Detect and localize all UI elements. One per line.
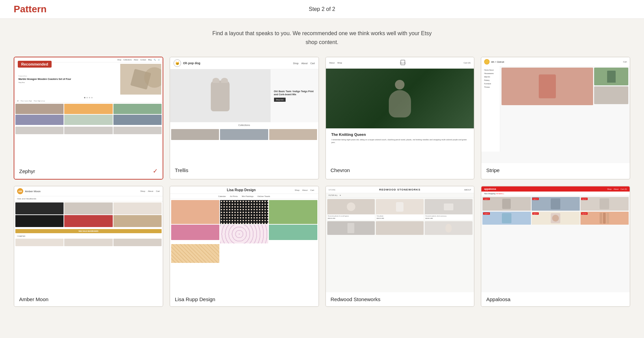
stripe-name: Stripe (486, 167, 499, 173)
app-products-row-2: apparel apparel apparel (481, 212, 630, 226)
lisarupp-label: Lisa Rupp Design (170, 292, 318, 306)
theme-card-lisarupp[interactable]: Lisa Rupp Design Shop About Cart Calenda… (169, 186, 319, 307)
rw-about: ABOUT (464, 189, 471, 191)
theme-card-appaloosa[interactable]: appaloosa Shop About Cart (0) Now Shoppi… (481, 186, 630, 307)
redwood-preview: STORE REDWOOD STONEWORKS ABOUT FILTER AL… (326, 186, 474, 292)
chevron-name: Chevron (331, 167, 350, 173)
am-nav-links: Shop About Cart (140, 190, 160, 192)
chevron-product-title: The Knitting Queen (331, 132, 469, 137)
chevron-preview: About Shop GUS Cart (0) The Knit (326, 57, 474, 163)
am-grid-1 (14, 201, 163, 228)
trellis-name: Trellis (175, 167, 188, 173)
trellis-collections: Collections (170, 122, 318, 128)
zephyr-item-2 (64, 104, 112, 114)
trellis-shop-btn: Shop now (274, 98, 286, 102)
ambermoon-name: Amber Moon (19, 296, 49, 302)
appaloosa-label: Appaloosa (481, 292, 630, 306)
theme-card-chevron[interactable]: About Shop GUS Cart (0) The Knit (325, 57, 475, 180)
rw-store-label: STORE (329, 189, 336, 191)
stripe-label: Stripe (481, 163, 630, 177)
stripe-product-row-1 (502, 68, 628, 105)
subtitle-line2: shop content. (7, 38, 637, 47)
stripe-brand: 4th + Detroit (491, 61, 504, 63)
chevron-logo-icon: GUS (398, 59, 408, 66)
trellis-nav-links: Shop About Cart (293, 62, 315, 65)
zephyr-products-grid (14, 103, 163, 126)
trellis-shopname: Oh pop dog (183, 61, 200, 65)
app-product-6: apparel (580, 212, 629, 225)
app-product-5: apparel (532, 212, 580, 225)
lisarupp-name: Lisa Rupp Design (175, 296, 215, 302)
trellis-label: Trellis (170, 163, 318, 177)
trellis-dog-image (170, 69, 271, 122)
app-all-items: All Items » (496, 193, 504, 195)
am-nav: AM Amber Moon Shop About Cart (14, 186, 163, 196)
app-header-nav: Shop About Cart (0) (607, 188, 627, 190)
zephyr-label: Zephyr ✓ (14, 163, 163, 179)
ambermoon-preview: AM Amber Moon Shop About Cart Hats and H… (14, 186, 163, 292)
step-indicator: Step 2 of 2 (309, 6, 335, 12)
zephyr-item-4 (15, 115, 64, 125)
appaloosa-preview: appaloosa Shop About Cart (0) Now Shoppi… (481, 186, 630, 292)
zephyr-checkmark: ✓ (153, 167, 158, 175)
stripe-chair-image (502, 68, 593, 105)
chevron-description: I remember being eight years old, sittin… (331, 138, 469, 144)
theme-card-redwood[interactable]: STORE REDWOOD STONEWORKS ABOUT FILTER AL… (325, 186, 475, 307)
chevron-hero-image (326, 69, 474, 128)
app-brand: appaloosa (484, 188, 496, 190)
theme-card-trellis[interactable]: 🐱 Oh pop dog Shop About Cart Oh! (169, 57, 319, 180)
chevron-nav-links: About Shop (329, 62, 342, 64)
am-section-title: Hats and Headbands (14, 196, 163, 201)
am-section2-title: Leggings (14, 234, 163, 238)
redwood-name: Redwood Stoneworks (331, 296, 381, 302)
app-product-4: apparel (482, 212, 531, 225)
lr-shopname: Lisa Rupp Design (227, 188, 256, 192)
zephyr-item-1 (15, 104, 64, 114)
appaloosa-name: Appaloosa (486, 296, 510, 302)
trellis-bottom (170, 128, 318, 141)
theme-card-ambermoon[interactable]: AM Amber Moon Shop About Cart Hats and H… (14, 186, 163, 307)
trellis-preview: 🐱 Oh pop dog Shop About Cart Oh! (170, 57, 318, 163)
zephyr-dots (14, 96, 163, 99)
trellis-promo-title: Oh! Basic Tank / Indigo Twigs Print and … (274, 90, 315, 96)
trellis-cat-icon: 🐱 (174, 59, 181, 67)
zephyr-nav-links: Shop Collections About Contact Blog 🔍 🛒 (117, 59, 160, 61)
app-top-header: appaloosa Shop About Cart (0) (481, 186, 630, 192)
stripe-sun-icon (484, 59, 490, 65)
lisarupp-preview: Lisa Rupp Design Shop About Cart Calenda… (170, 186, 318, 292)
rw-product-1: Geometric planter for small spaces $18.0… (327, 199, 375, 220)
stripe-cart: Cart (623, 61, 627, 63)
rw-products: Geometric planter for small spaces $18.0… (326, 198, 474, 221)
chevron-cart: Cart (0) (464, 62, 470, 64)
app-now-shopping: Now Shopping: All Items » (481, 192, 630, 196)
lr-nav-links: Shop About Cart (294, 189, 314, 191)
zephyr-hero: Featured Item Marble Hexagon Wooden Coas… (16, 64, 161, 95)
am-logo-circle: AM (17, 188, 23, 194)
zephyr-filters: All Price: Low to High Price: High to Lo… (14, 99, 163, 103)
theme-card-stripe[interactable]: 4th + Detroit Cart Home Decor Housewares… (481, 57, 630, 180)
stripe-plant-row (594, 68, 628, 85)
zephyr-bottom-items (14, 126, 163, 135)
am-sale-banner: SEE SALE HEADBANDS (15, 229, 162, 233)
redwood-label: Redwood Stoneworks (326, 292, 474, 306)
subtitle: Find a layout that speaks to you. We rec… (0, 19, 644, 53)
app-product-3: apparel (580, 197, 629, 211)
app-logo: Pattern (14, 4, 46, 15)
trellis-promo: Oh! Basic Tank / Indigo Twigs Print and … (271, 69, 318, 122)
zephyr-item-3 (113, 104, 162, 114)
theme-card-zephyr[interactable]: Recommended Shop Collections About Conta… (14, 57, 163, 180)
trellis-nav: 🐱 Oh pop dog Shop About Cart (170, 57, 318, 69)
zephyr-preview: Shop Collections About Contact Blog 🔍 🛒 … (14, 57, 163, 163)
rw-products-row-2 (326, 221, 474, 236)
app-products-row-1: apparel apparel apparel (481, 196, 630, 212)
zephyr-hero-text: Featured Item Marble Hexagon Wooden Coas… (16, 64, 120, 95)
recommended-badge: Recommended (18, 61, 52, 68)
rw-filter: FILTER ALL ▼ (326, 193, 474, 198)
stripe-logo-mark: 4th + Detroit (484, 59, 504, 65)
stripe-preview: 4th + Detroit Cart Home Decor Housewares… (481, 57, 630, 163)
stripe-products (500, 66, 630, 152)
app-product-1: apparel (482, 197, 531, 211)
am-grid-2 (14, 238, 163, 248)
zephyr-featured-label: Featured Item (18, 75, 118, 77)
lr-masonry (170, 199, 318, 264)
